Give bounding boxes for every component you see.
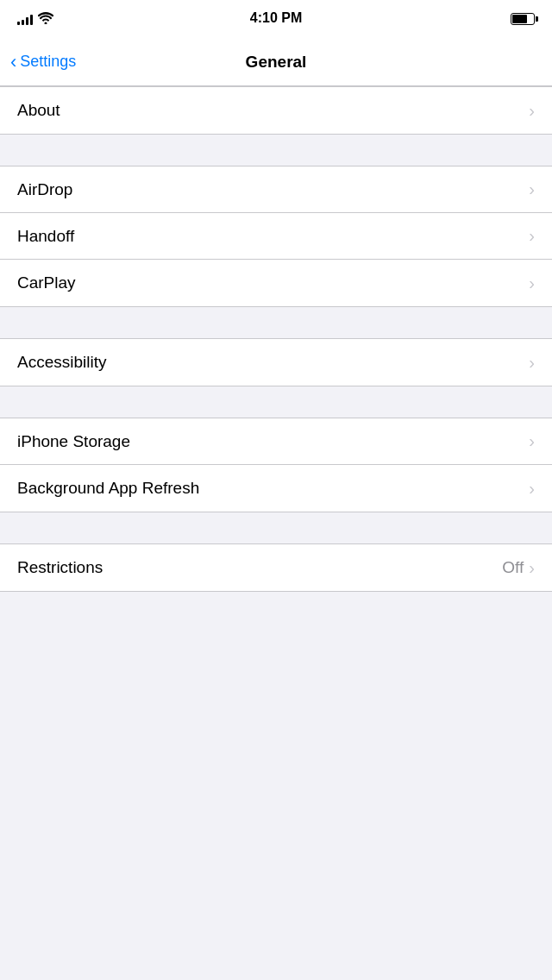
row-handoff-right: › — [529, 226, 535, 246]
row-iphone-storage-right: › — [529, 431, 535, 451]
row-airdrop-right: › — [529, 179, 535, 199]
section-about: About › — [0, 86, 552, 135]
section-gap-4 — [0, 512, 552, 543]
row-carplay-label: CarPlay — [17, 273, 76, 292]
row-accessibility[interactable]: Accessibility › — [0, 339, 552, 386]
chevron-icon: › — [529, 273, 535, 293]
page-title: General — [246, 53, 307, 72]
back-chevron-icon: ‹ — [10, 53, 16, 72]
chevron-icon: › — [529, 479, 535, 499]
navigation-bar: ‹ Settings General — [0, 38, 552, 86]
row-iphone-storage-label: iPhone Storage — [17, 432, 130, 451]
row-background-app-refresh[interactable]: Background App Refresh › — [0, 465, 552, 512]
row-restrictions-value: Off — [502, 558, 524, 577]
section-connectivity: AirDrop › Handoff › CarPlay › — [0, 166, 552, 307]
row-handoff[interactable]: Handoff › — [0, 213, 552, 260]
wifi-icon — [38, 12, 53, 27]
content-area: About › AirDrop › Handoff › CarPlay › — [0, 86, 552, 592]
row-accessibility-right: › — [529, 353, 535, 373]
row-carplay[interactable]: CarPlay › — [0, 260, 552, 306]
row-background-app-refresh-right: › — [529, 479, 535, 499]
row-airdrop-label: AirDrop — [17, 180, 72, 199]
chevron-icon: › — [529, 558, 535, 578]
section-accessibility: Accessibility › — [0, 338, 552, 386]
status-time: 4:10 PM — [250, 10, 302, 26]
row-about-label: About — [17, 101, 60, 120]
row-accessibility-label: Accessibility — [17, 353, 106, 372]
row-restrictions-label: Restrictions — [17, 558, 103, 577]
chevron-icon: › — [529, 353, 535, 373]
section-gap-3 — [0, 386, 552, 418]
section-gap-1 — [0, 135, 552, 166]
row-about-right: › — [529, 101, 535, 121]
section-gap-2 — [0, 307, 552, 338]
back-button[interactable]: ‹ Settings — [10, 53, 76, 72]
row-carplay-right: › — [529, 273, 535, 293]
row-background-app-refresh-label: Background App Refresh — [17, 479, 199, 498]
status-bar: 4:10 PM — [0, 0, 552, 38]
status-right — [511, 13, 535, 25]
battery-icon — [511, 13, 535, 25]
back-label: Settings — [20, 53, 76, 71]
chevron-icon: › — [529, 226, 535, 246]
row-restrictions[interactable]: Restrictions Off › — [0, 544, 552, 591]
row-airdrop[interactable]: AirDrop › — [0, 166, 552, 213]
section-storage: iPhone Storage › Background App Refresh … — [0, 418, 552, 512]
row-iphone-storage[interactable]: iPhone Storage › — [0, 418, 552, 465]
row-handoff-label: Handoff — [17, 227, 74, 246]
row-restrictions-right: Off › — [502, 558, 535, 578]
section-restrictions: Restrictions Off › — [0, 543, 552, 592]
row-about[interactable]: About › — [0, 87, 552, 134]
chevron-icon: › — [529, 431, 535, 451]
chevron-icon: › — [529, 101, 535, 121]
signal-bars-icon — [17, 13, 33, 25]
chevron-icon: › — [529, 179, 535, 199]
status-left — [17, 12, 53, 27]
